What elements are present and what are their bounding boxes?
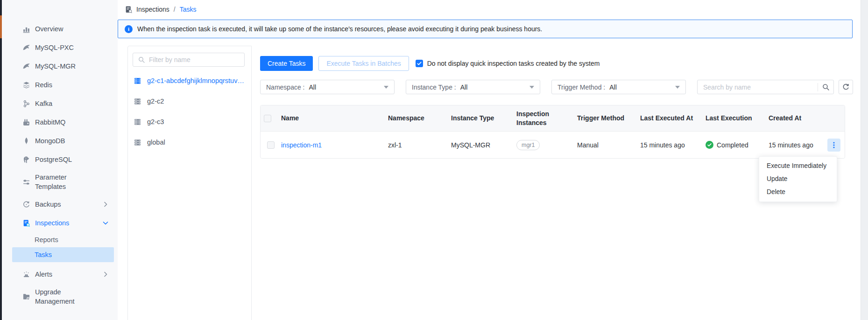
select-value: All bbox=[609, 83, 617, 91]
row-checkbox[interactable] bbox=[267, 141, 275, 149]
sidebar-item-label: Parameter Templates bbox=[35, 173, 96, 191]
sidebar-item-label: Inspections bbox=[35, 218, 69, 228]
menu-item-delete[interactable]: Delete bbox=[759, 186, 837, 199]
server-icon bbox=[134, 139, 141, 146]
toolbar: Create Tasks Execute Tasks in Batches Do… bbox=[260, 56, 853, 71]
breadcrumb-separator: / bbox=[174, 6, 176, 13]
instance-item-label: global bbox=[147, 139, 165, 146]
row-actions-menu: Execute Immediately Update Delete bbox=[759, 156, 837, 202]
cell-namespace: zxl-1 bbox=[388, 141, 451, 149]
task-name-link[interactable]: inspection-m1 bbox=[281, 141, 322, 149]
server-icon bbox=[134, 118, 141, 126]
server-icon bbox=[134, 97, 141, 105]
sidebar-item-label: MySQL-PXC bbox=[35, 43, 74, 52]
trigger-method-select[interactable]: Trigger Method : All bbox=[551, 80, 686, 94]
column-header-name: Name bbox=[281, 114, 388, 123]
info-banner-text: When the inspection task is executed, it… bbox=[137, 25, 542, 33]
network-icon bbox=[22, 100, 30, 108]
folder-gear-icon bbox=[22, 293, 30, 301]
dolphin-icon bbox=[22, 44, 30, 52]
table-row: inspection-m1 zxl-1 MySQL-MGR mgr1 Manua… bbox=[261, 132, 845, 158]
caret-down-icon bbox=[384, 86, 388, 89]
cell-created-at: 15 minutes ago bbox=[769, 139, 845, 152]
sidebar-item-backups[interactable]: Backups bbox=[2, 195, 118, 214]
sidebar-item-alerts[interactable]: Alerts bbox=[2, 265, 118, 284]
instance-item-g2-c1[interactable]: g2-c1-abcdefghijklmnopqrstuvwx... bbox=[133, 70, 245, 91]
column-header-namespace: Namespace bbox=[388, 114, 451, 123]
column-header-trigger-method: Trigger Method bbox=[577, 114, 640, 123]
row-actions-button[interactable] bbox=[827, 139, 840, 152]
instance-item-g2-c2[interactable]: g2-c2 bbox=[133, 91, 245, 111]
search-icon[interactable] bbox=[822, 83, 830, 91]
sidebar-item-label: Reports bbox=[35, 235, 58, 244]
menu-item-execute-immediately[interactable]: Execute Immediately bbox=[759, 160, 837, 173]
namespace-select[interactable]: Namespace : All bbox=[260, 80, 395, 94]
select-all-checkbox[interactable] bbox=[264, 115, 271, 122]
search-input[interactable] bbox=[703, 83, 814, 91]
sidebar-item-label: Overview bbox=[35, 24, 63, 34]
cell-trigger-method: Manual bbox=[577, 141, 640, 149]
instance-type-select[interactable]: Instance Type : All bbox=[406, 80, 540, 94]
chevron-right-icon bbox=[102, 201, 109, 208]
column-header-last-execution: Last Execution bbox=[706, 114, 769, 123]
sidebar: Overview MySQL-PXC MySQL-MGR Redis Kafka… bbox=[2, 0, 118, 320]
create-tasks-button[interactable]: Create Tasks bbox=[260, 56, 313, 71]
sidebar-item-label: MongoDB bbox=[35, 136, 65, 146]
instance-item-global[interactable]: global bbox=[133, 132, 245, 153]
leaf-icon bbox=[22, 137, 30, 145]
sidebar-item-redis[interactable]: Redis bbox=[2, 76, 118, 94]
instance-item-label: g2-c2 bbox=[147, 97, 164, 105]
instance-item-label: g2-c1-abcdefghijklmnopqrstuvwx... bbox=[147, 77, 245, 84]
divider bbox=[818, 83, 818, 91]
tasks-table: Name Namespace Instance Type Inspection … bbox=[260, 105, 845, 159]
select-label: Trigger Method : bbox=[557, 83, 605, 91]
checkbox-checked-icon[interactable] bbox=[416, 60, 423, 67]
instance-item-g2-c3[interactable]: g2-c3 bbox=[133, 111, 245, 132]
restore-icon bbox=[22, 201, 30, 209]
stack-icon bbox=[22, 81, 30, 89]
cell-instance-type: MySQL-MGR bbox=[451, 141, 516, 149]
sidebar-item-upgrade-management[interactable]: Upgrade Management bbox=[2, 284, 118, 310]
sidebar-item-mysql-mgr[interactable]: MySQL-MGR bbox=[2, 57, 118, 76]
created-at-text: 15 minutes ago bbox=[769, 141, 813, 149]
sidebar-item-label: PostgreSQL bbox=[35, 155, 72, 164]
instance-filter bbox=[133, 53, 245, 67]
sidebar-item-overview[interactable]: Overview bbox=[2, 20, 118, 38]
hide-quick-tasks-checkbox[interactable]: Do not display quick inspection tasks cr… bbox=[416, 60, 600, 67]
dolphin-icon bbox=[22, 63, 30, 70]
search-icon bbox=[138, 56, 145, 63]
sidebar-item-rabbitmq[interactable]: RabbitMQ bbox=[2, 113, 118, 132]
breadcrumb-current[interactable]: Tasks bbox=[180, 6, 197, 13]
sidebar-item-kafka[interactable]: Kafka bbox=[2, 94, 118, 113]
bar-chart-icon bbox=[22, 25, 30, 33]
sidebar-item-inspections[interactable]: Inspections bbox=[2, 214, 118, 232]
column-header-last-executed-at: Last Executed At bbox=[640, 114, 706, 123]
refresh-button[interactable] bbox=[839, 80, 853, 94]
sidebar-item-label: Redis bbox=[35, 80, 52, 90]
search-box bbox=[697, 80, 834, 94]
sidebar-item-label: Backups bbox=[35, 200, 61, 209]
sidebar-item-mongodb[interactable]: MongoDB bbox=[2, 132, 118, 150]
instance-filter-input[interactable] bbox=[149, 56, 240, 63]
sidebar-item-tasks[interactable]: Tasks bbox=[12, 247, 114, 262]
rabbit-icon bbox=[22, 118, 30, 126]
scrollbar-track[interactable] bbox=[861, 0, 868, 320]
execute-batches-button[interactable]: Execute Tasks in Batches bbox=[318, 56, 409, 71]
sidebar-item-parameter-templates[interactable]: Parameter Templates bbox=[2, 169, 118, 195]
info-icon: i bbox=[125, 25, 133, 33]
page: Overview MySQL-PXC MySQL-MGR Redis Kafka… bbox=[0, 0, 868, 320]
caret-down-icon bbox=[529, 86, 534, 89]
menu-item-update[interactable]: Update bbox=[759, 173, 837, 186]
elephant-icon bbox=[22, 156, 30, 164]
inspection-doc-icon bbox=[125, 6, 133, 14]
tasks-panel: Create Tasks Execute Tasks in Batches Do… bbox=[252, 46, 861, 320]
success-icon bbox=[706, 141, 713, 149]
sidebar-item-postgresql[interactable]: PostgreSQL bbox=[2, 150, 118, 169]
filter-row: Namespace : All Instance Type : All Trig… bbox=[260, 80, 853, 94]
sidebar-item-mysql-pxc[interactable]: MySQL-PXC bbox=[2, 38, 118, 57]
sidebar-item-label: MySQL-MGR bbox=[35, 62, 76, 71]
checkbox-label: Do not display quick inspection tasks cr… bbox=[427, 60, 600, 67]
sidebar-item-reports[interactable]: Reports bbox=[2, 232, 118, 247]
inspection-instance-tag: mgr1 bbox=[516, 140, 540, 150]
edge-accent bbox=[0, 15, 2, 38]
